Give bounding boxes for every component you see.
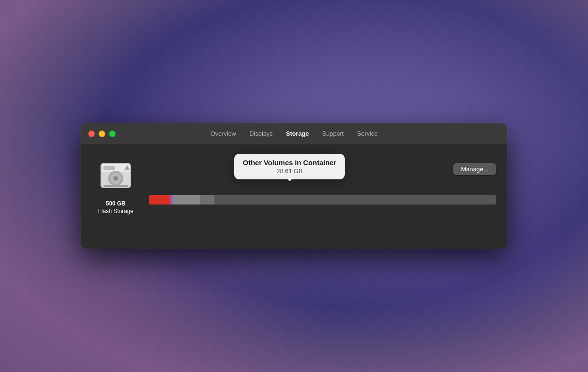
bar-segment-red (149, 195, 170, 205)
svg-rect-10 (103, 185, 128, 187)
maximize-button[interactable] (109, 130, 116, 137)
close-button[interactable] (88, 130, 95, 137)
minimize-button[interactable] (99, 130, 105, 137)
storage-bar (149, 195, 496, 205)
tab-service[interactable]: Service (351, 128, 383, 139)
tab-overview[interactable]: Overview (205, 128, 242, 139)
storage-content: ! 500 GB Flash Storage Manage... Other V… (81, 144, 507, 249)
tooltip: Other Volumes in Container 28.61 GB (234, 154, 345, 179)
main-window: Overview Displays Storage Support Servic… (81, 123, 507, 249)
drive-type: Flash Storage (98, 208, 134, 214)
bar-segment-gray-other (200, 195, 214, 205)
svg-text:!: ! (127, 167, 128, 170)
storage-bar-container (149, 195, 496, 205)
tab-bar: Overview Displays Storage Support Servic… (205, 128, 384, 139)
titlebar: Overview Displays Storage Support Servic… (81, 123, 507, 144)
bar-segment-gray-used (173, 195, 201, 205)
drive-size: 500 GB (106, 200, 125, 208)
manage-button[interactable]: Manage... (453, 163, 496, 175)
drive-icon: ! (97, 158, 135, 196)
storage-right: Manage... Other Volumes in Container 28.… (149, 158, 496, 205)
drive-info: ! 500 GB Flash Storage (92, 158, 139, 214)
tab-support[interactable]: Support (316, 128, 349, 139)
tooltip-title: Other Volumes in Container (243, 158, 336, 167)
tooltip-value: 28.61 GB (243, 167, 336, 175)
storage-area: ! 500 GB Flash Storage Manage... Other V… (92, 158, 496, 214)
svg-point-6 (115, 177, 117, 180)
tab-storage[interactable]: Storage (280, 128, 314, 139)
svg-rect-7 (103, 166, 115, 170)
traffic-lights (88, 130, 116, 137)
tab-displays[interactable]: Displays (244, 128, 278, 139)
